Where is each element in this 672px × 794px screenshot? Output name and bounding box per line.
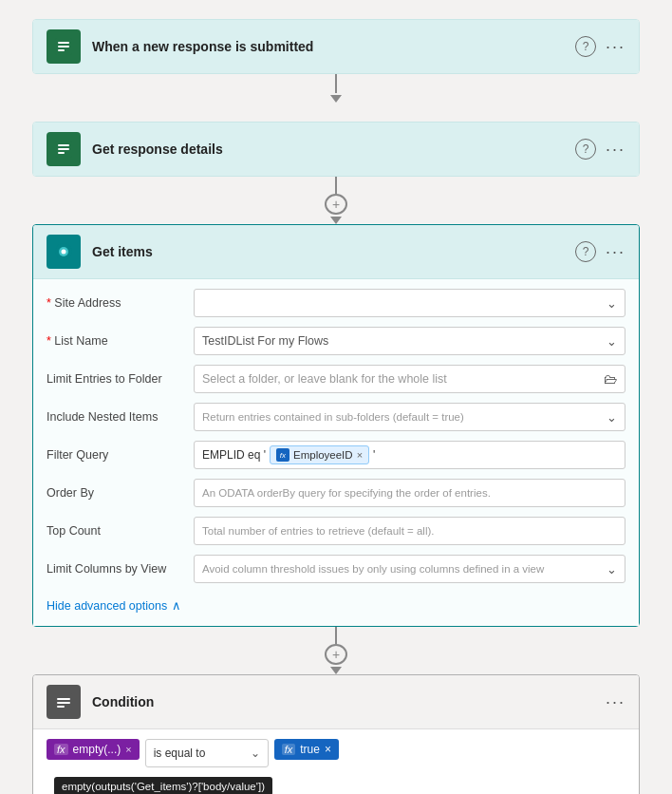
dropdown-arrow-op: ⌄ — [251, 747, 260, 760]
label-topcount: Top Count — [47, 524, 194, 538]
dropdown-arrow-list: ⌄ — [607, 334, 617, 349]
cond-op-text: is equal to — [154, 747, 206, 760]
step-card-3: Get items ? ··· * Site Address ⌄ * List … — [32, 224, 640, 627]
more-menu-3[interactable]: ··· — [606, 242, 625, 262]
field-row-topcount: Top Count Total number of entries to ret… — [47, 515, 625, 547]
label-limit-cols: Limit Columns by View — [47, 562, 194, 576]
input-site-address[interactable]: ⌄ — [194, 289, 625, 317]
cond-left-text: empty(...) — [73, 743, 121, 756]
step-card-2: Get response details ? ··· — [32, 122, 640, 177]
field-row-list-name: * List Name TestIDList For my Flows ⌄ — [47, 325, 625, 357]
order-placeholder: An ODATA orderBy query for specifying th… — [202, 487, 491, 499]
svg-rect-3 — [58, 49, 65, 51]
input-limit-cols[interactable]: Avoid column threshold issues by only us… — [194, 555, 625, 583]
cond-close-right[interactable]: × — [325, 743, 331, 756]
topcount-placeholder: Total number of entries to retrieve (def… — [202, 525, 435, 537]
limit-cols-placeholder: Avoid column threshold issues by only us… — [202, 563, 544, 575]
svg-rect-2 — [58, 46, 69, 47]
dropdown-arrow-nested: ⌄ — [607, 410, 617, 425]
fx-label-right: fx — [282, 744, 296, 755]
cond-close-left[interactable]: × — [125, 744, 131, 755]
help-icon-1[interactable]: ? — [575, 36, 596, 57]
dropdown-arrow-cols: ⌄ — [607, 562, 617, 577]
label-limit-folder: Limit Entries to Folder — [47, 372, 194, 386]
connector-arrow-2 — [330, 217, 342, 224]
cond-tag-left: fx empty(...) × — [47, 739, 140, 760]
forms-icon-2 — [47, 132, 81, 166]
input-filter-query[interactable]: EMPLID eq ' fx EmployeeID × ' — [194, 441, 625, 469]
label-site-address: * Site Address — [47, 296, 194, 310]
svg-rect-5 — [58, 144, 69, 146]
filter-prefix: EMPLID eq ' — [202, 448, 266, 462]
svg-point-10 — [62, 250, 66, 255]
connector-3: + — [325, 627, 347, 674]
connector-arrow-1 — [330, 95, 342, 103]
condition-row-main: fx empty(...) × is equal to ⌄ fx true × — [47, 739, 625, 767]
field-row-order: Order By An ODATA orderBy query for spec… — [47, 477, 625, 509]
cond-tag-right: fx true × — [274, 739, 339, 760]
svg-rect-14 — [57, 706, 65, 708]
step-header-2: Get response details ? ··· — [33, 123, 639, 176]
step-body-3: * Site Address ⌄ * List Name TestIDList … — [33, 278, 639, 626]
more-menu-condition[interactable]: ··· — [606, 692, 625, 712]
field-row-filter: Filter Query EMPLID eq ' fx EmployeeID ×… — [47, 439, 625, 471]
connector-2: + — [325, 177, 347, 224]
input-topcount[interactable]: Total number of entries to retrieve (def… — [194, 517, 625, 545]
svg-rect-7 — [58, 152, 65, 154]
step-card-1: When a new response is submitted ? ··· — [32, 19, 640, 74]
input-limit-folder[interactable]: Select a folder, or leave blank for the … — [194, 365, 625, 393]
step-title-3: Get items — [92, 244, 575, 259]
folder-icon: 🗁 — [604, 371, 617, 387]
condition-body: fx empty(...) × is equal to ⌄ fx true × — [33, 728, 639, 794]
cond-operator[interactable]: is equal to ⌄ — [145, 739, 269, 767]
step-header-1: When a new response is submitted ? ··· — [33, 20, 639, 73]
cond-right-text: true — [300, 743, 320, 756]
label-order: Order By — [47, 486, 194, 500]
step-header-condition: Condition ··· — [33, 675, 639, 728]
input-list-name[interactable]: TestIDList For my Flows ⌄ — [194, 327, 625, 355]
filter-tag-employeeid: fx EmployeeID × — [270, 445, 369, 464]
help-icon-3[interactable]: ? — [575, 241, 596, 262]
nested-placeholder: Return entries contained in sub-folders … — [202, 411, 464, 423]
filter-suffix: ' — [373, 448, 375, 462]
expression-tooltip: empty(outputs('Get_items')?['body/value'… — [54, 777, 272, 794]
connector-arrow-3 — [330, 667, 342, 674]
more-menu-2[interactable]: ··· — [606, 140, 625, 160]
tag-close-button[interactable]: × — [357, 449, 363, 461]
flow-container: When a new response is submitted ? ··· G… — [0, 0, 672, 794]
tag-fx-icon: fx — [276, 448, 289, 462]
step-card-condition: Condition ··· fx empty(...) × is equal t… — [32, 674, 640, 794]
svg-rect-13 — [57, 702, 70, 704]
label-filter: Filter Query — [47, 448, 194, 462]
connector-1 — [330, 74, 342, 122]
forms-icon-1 — [47, 29, 81, 64]
list-name-value: TestIDList For my Flows — [202, 334, 328, 348]
limit-folder-placeholder: Select a folder, or leave blank for the … — [202, 372, 447, 386]
sharepoint-icon-3 — [47, 235, 81, 269]
add-step-button-3[interactable]: + — [325, 644, 347, 665]
step-title-1: When a new response is submitted — [92, 39, 575, 54]
connector-line-2a — [335, 177, 337, 194]
svg-rect-1 — [58, 42, 69, 44]
tooltip-row: empty(outputs('Get_items')?['body/value'… — [48, 775, 625, 794]
step-header-3: Get items ? ··· — [33, 225, 639, 278]
step-title-condition: Condition — [92, 694, 606, 709]
more-menu-1[interactable]: ··· — [606, 37, 625, 57]
field-row-limit-cols: Limit Columns by View Avoid column thres… — [47, 553, 625, 585]
connector-line-3a — [335, 627, 337, 644]
fx-label-left: fx — [54, 744, 68, 755]
hide-advanced-toggle[interactable]: Hide advanced options ∧ — [47, 591, 625, 613]
dropdown-arrow-site: ⌄ — [607, 296, 617, 311]
input-order[interactable]: An ODATA orderBy query for specifying th… — [194, 479, 625, 507]
field-row-nested: Include Nested Items Return entries cont… — [47, 401, 625, 433]
step-title-2: Get response details — [92, 142, 575, 157]
field-row-limit-folder: Limit Entries to Folder Select a folder,… — [47, 363, 625, 395]
add-step-button-2[interactable]: + — [325, 194, 347, 215]
help-icon-2[interactable]: ? — [575, 139, 596, 160]
chevron-up-icon: ∧ — [172, 598, 181, 613]
input-nested[interactable]: Return entries contained in sub-folders … — [194, 403, 625, 431]
hide-advanced-label: Hide advanced options — [47, 599, 167, 613]
connector-line-1 — [335, 74, 337, 93]
svg-rect-12 — [57, 698, 70, 700]
svg-rect-6 — [58, 148, 69, 150]
